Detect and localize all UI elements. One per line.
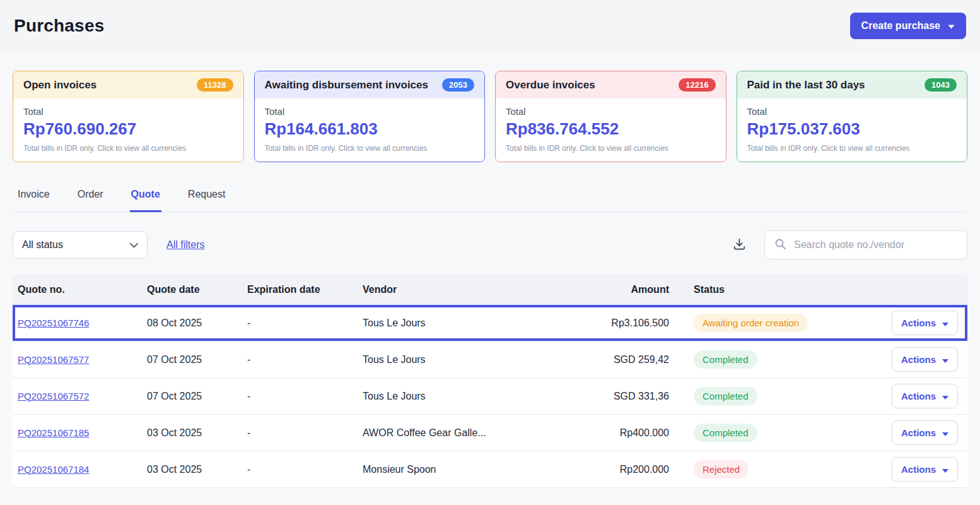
create-purchase-label: Create purchase (861, 20, 940, 32)
quote-date-cell: 08 Oct 2025 (142, 318, 242, 329)
page-header: Purchases Create purchase (0, 0, 980, 50)
card-open-invoices[interactable]: Open invoices 11328 Total Rp760.690.267 … (13, 71, 244, 162)
amount-cell: Rp400.000 (566, 427, 674, 439)
quote-date-cell: 07 Oct 2025 (142, 354, 242, 365)
card-header: Paid in the last 30 days 1043 (737, 71, 967, 98)
quote-no-cell: PQ20251067577 (13, 354, 142, 365)
vendor-cell: Tous Le Jours (358, 391, 566, 402)
quote-link[interactable]: PQ20251067184 (18, 464, 89, 475)
chevron-down-icon (942, 318, 948, 328)
card-header: Overdue invoices 12216 (496, 71, 726, 98)
quote-date-cell: 03 Oct 2025 (142, 464, 242, 475)
quote-link[interactable]: PQ20251067577 (18, 354, 89, 365)
card-overdue-invoices[interactable]: Overdue invoices 12216 Total Rp836.764.5… (495, 71, 726, 162)
actions-button[interactable]: Actions (892, 347, 958, 372)
chevron-down-icon (942, 354, 948, 365)
expiration-date-cell: - (242, 464, 358, 475)
search-icon (774, 237, 786, 252)
tab-invoice[interactable]: Invoice (16, 184, 51, 212)
card-awaiting-disbursement-invoices[interactable]: Awaiting disbursement invoices 2053 Tota… (254, 71, 486, 162)
card-body: Total Rp760.690.267 Total bills in IDR o… (13, 98, 243, 162)
status-filter-select[interactable]: All status (13, 231, 148, 259)
actions-cell: Actions (882, 311, 967, 335)
status-cell: Completed (674, 424, 882, 442)
header-quote-no: Quote no. (13, 284, 142, 295)
card-title: Awaiting disbursement invoices (265, 79, 428, 92)
actions-cell: Actions (882, 420, 967, 445)
quote-no-cell: PQ20251067185 (13, 427, 142, 439)
card-title: Overdue invoices (506, 79, 595, 92)
card-header: Awaiting disbursement invoices 2053 (255, 71, 485, 98)
table-header-row: Quote no. Quote date Expiration date Ven… (13, 275, 967, 305)
quote-no-cell: PQ20251067746 (13, 318, 142, 329)
tab-order[interactable]: Order (76, 184, 105, 212)
table-row: PQ20251067746 08 Oct 2025 - Tous Le Jour… (13, 305, 967, 342)
search-box (764, 230, 967, 259)
amount-cell: Rp200.000 (566, 464, 674, 475)
chevron-down-icon (942, 427, 948, 438)
actions-button[interactable]: Actions (892, 457, 958, 482)
actions-cell: Actions (882, 347, 967, 372)
download-button[interactable] (728, 233, 750, 257)
card-amount: Rp760.690.267 (23, 119, 233, 139)
expiration-date-cell: - (242, 391, 358, 402)
table-row: PQ20251067572 07 Oct 2025 - Tous Le Jour… (13, 378, 967, 415)
card-total-label: Total (265, 106, 475, 117)
vendor-cell: AWOR Coffee Gear Galle... (358, 427, 566, 439)
actions-label: Actions (901, 391, 936, 401)
vendor-cell: Tous Le Jours (358, 318, 566, 329)
tab-request[interactable]: Request (187, 184, 227, 212)
quote-link[interactable]: PQ20251067746 (18, 318, 89, 328)
tab-quote[interactable]: Quote (130, 184, 161, 212)
card-title: Paid in the last 30 days (747, 79, 865, 92)
card-amount: Rp836.764.552 (506, 119, 716, 139)
amount-cell: SGD 331,36 (566, 391, 674, 402)
page-title: Purchases (14, 16, 104, 36)
status-filter-value: All status (22, 239, 63, 251)
status-cell: Awaiting order creation (674, 314, 882, 332)
vendor-cell: Tous Le Jours (358, 354, 566, 365)
header-status: Status (674, 284, 882, 295)
actions-button[interactable]: Actions (892, 420, 958, 445)
card-count-badge: 1043 (925, 78, 957, 92)
chevron-down-icon (130, 239, 138, 251)
status-badge: Awaiting order creation (694, 314, 808, 332)
quote-no-cell: PQ20251067572 (13, 391, 142, 402)
quote-link[interactable]: PQ20251067572 (18, 391, 89, 401)
expiration-date-cell: - (242, 427, 358, 439)
card-count-badge: 12216 (679, 78, 715, 92)
table-row: PQ20251067184 03 Oct 2025 - Monsieur Spo… (13, 451, 967, 488)
expiration-date-cell: - (242, 318, 358, 329)
table-row: PQ20251067185 03 Oct 2025 - AWOR Coffee … (13, 415, 967, 451)
amount-cell: SGD 259,42 (566, 354, 674, 365)
card-paid-last-30-days[interactable]: Paid in the last 30 days 1043 Total Rp17… (737, 71, 968, 162)
status-badge: Completed (694, 350, 757, 369)
header-amount: Amount (566, 284, 674, 295)
all-filters-link[interactable]: All filters (166, 239, 204, 251)
card-body: Total Rp164.661.803 Total bills in IDR o… (255, 98, 485, 162)
actions-button[interactable]: Actions (892, 311, 958, 335)
card-amount: Rp164.661.803 (265, 119, 475, 139)
actions-label: Actions (901, 427, 936, 438)
summary-cards: Open invoices 11328 Total Rp760.690.267 … (0, 50, 980, 162)
vendor-cell: Monsieur Spoon (358, 464, 566, 475)
card-note: Total bills in IDR only. Click to view a… (265, 144, 475, 153)
actions-label: Actions (901, 318, 936, 328)
card-header: Open invoices 11328 (13, 71, 243, 98)
actions-cell: Actions (882, 457, 967, 482)
create-purchase-button[interactable]: Create purchase (850, 13, 966, 39)
actions-button[interactable]: Actions (892, 384, 958, 408)
actions-cell: Actions (882, 384, 967, 408)
card-total-label: Total (747, 106, 957, 117)
status-cell: Completed (674, 387, 882, 405)
card-count-badge: 11328 (197, 78, 233, 92)
header-quote-date: Quote date (142, 284, 242, 295)
search-input[interactable] (793, 239, 958, 251)
quote-link[interactable]: PQ20251067185 (18, 427, 89, 438)
actions-label: Actions (901, 354, 936, 365)
download-icon (732, 237, 747, 253)
card-total-label: Total (23, 106, 233, 117)
card-total-label: Total (506, 106, 716, 117)
card-body: Total Rp836.764.552 Total bills in IDR o… (496, 98, 726, 162)
quote-date-cell: 03 Oct 2025 (142, 427, 242, 439)
